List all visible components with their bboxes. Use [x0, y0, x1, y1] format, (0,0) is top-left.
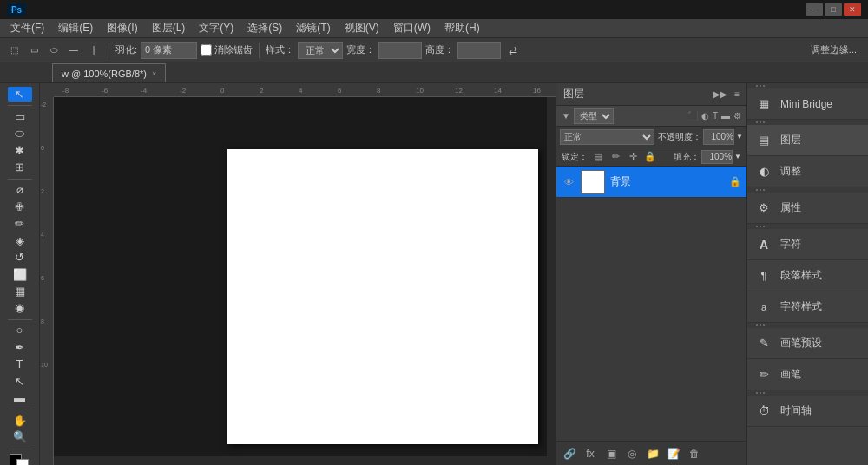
- marquee-tool[interactable]: ▭: [8, 109, 32, 124]
- lock-pixels-btn[interactable]: ▤: [591, 150, 605, 164]
- marquee-col-btn[interactable]: |: [85, 42, 102, 59]
- layer-visibility-eye[interactable]: 👁: [562, 175, 575, 189]
- ruler-num: -2: [180, 87, 186, 95]
- canvas-area[interactable]: -8 -6 -4 -2 0 2 4 6 8 10 12 14 16 18 20 …: [40, 83, 556, 465]
- panel-item-layers[interactable]: ▤ 图层: [747, 125, 868, 156]
- quick-select-tool[interactable]: ✱: [8, 143, 32, 158]
- menu-text[interactable]: 文字(Y): [192, 19, 240, 37]
- menu-file[interactable]: 文件(F): [3, 19, 51, 37]
- heal-tool[interactable]: ✙: [8, 200, 32, 214]
- crop-tool[interactable]: ⊞: [8, 160, 32, 174]
- fill-arrow[interactable]: ▼: [734, 153, 741, 160]
- menu-filter[interactable]: 滤镜(T): [289, 19, 337, 37]
- eyedropper-tool[interactable]: ⌀: [8, 182, 32, 197]
- lock-label: 锁定：: [562, 151, 588, 163]
- lock-position-btn[interactable]: ✛: [626, 150, 640, 164]
- history-tool[interactable]: ↺: [8, 250, 32, 265]
- opacity-arrow[interactable]: ▼: [736, 133, 743, 141]
- clone-tool[interactable]: ◈: [8, 233, 32, 248]
- anti-alias-label[interactable]: 消除锯齿: [201, 43, 253, 56]
- ruler-num: 16: [533, 87, 541, 95]
- ruler-num-v: 4: [41, 232, 44, 238]
- layer-mask-btn[interactable]: ▣: [603, 446, 619, 462]
- marquee-rect-btn[interactable]: ▭: [25, 42, 43, 59]
- panel-item-properties[interactable]: ⚙ 属性: [747, 193, 868, 224]
- panel-item-brush-presets[interactable]: ✎ 画笔预设: [747, 328, 868, 359]
- pen-tool[interactable]: ✒: [8, 340, 32, 355]
- opacity-label: 不透明度：: [658, 131, 701, 143]
- zoom-tool[interactable]: 🔍: [8, 429, 32, 444]
- text-tool[interactable]: T: [8, 357, 32, 371]
- blend-mode-select[interactable]: 正常: [560, 129, 654, 145]
- layer-thumbnail: [581, 170, 605, 194]
- canvas-content[interactable]: [54, 97, 556, 465]
- hand-tool[interactable]: ✋: [8, 413, 32, 428]
- layer-icon-smart[interactable]: ⚙: [733, 111, 741, 121]
- eraser-tool[interactable]: ⬜: [8, 266, 32, 281]
- panel-item-adjustments[interactable]: ◐ 调整: [747, 156, 868, 187]
- style-select[interactable]: 正常: [298, 42, 343, 59]
- marquee-row-btn[interactable]: —: [65, 42, 82, 59]
- panel-item-brush[interactable]: ✏ 画笔: [747, 359, 868, 390]
- layers-icon: ▤: [756, 133, 772, 148]
- document-tab[interactable]: w @ 100%(RGB/8*) ×: [52, 63, 166, 82]
- layer-icon-shape[interactable]: ▬: [721, 111, 730, 121]
- menu-help[interactable]: 帮助(H): [437, 19, 487, 37]
- layer-icon-text[interactable]: T: [713, 111, 718, 121]
- delete-layer-btn[interactable]: 🗑: [687, 446, 702, 462]
- layers-expand-icon[interactable]: ▶▶: [713, 89, 727, 99]
- restore-button[interactable]: □: [825, 3, 842, 16]
- menu-image[interactable]: 图像(I): [100, 19, 144, 37]
- menu-layer[interactable]: 图层(L): [145, 19, 193, 37]
- marquee-tool-btn[interactable]: ⬚: [5, 42, 23, 59]
- panel-item-mini-bridge[interactable]: ▦ Mini Bridge: [747, 88, 868, 120]
- panel-item-timeline[interactable]: ⏱ 时间轴: [747, 396, 868, 427]
- swap-btn[interactable]: ⇄: [504, 42, 522, 59]
- link-layers-btn[interactable]: 🔗: [562, 446, 577, 462]
- marquee-ellipse-btn[interactable]: ⬭: [45, 42, 62, 59]
- close-button[interactable]: ✕: [844, 3, 861, 16]
- menu-select[interactable]: 选择(S): [240, 19, 289, 37]
- window-controls[interactable]: ─ □ ✕: [806, 3, 861, 16]
- panel-item-character-styles[interactable]: a 字符样式: [747, 291, 868, 323]
- panel-item-paragraph-styles[interactable]: ¶ 段落样式: [747, 260, 868, 291]
- opacity-input[interactable]: [703, 129, 734, 145]
- lasso-tool[interactable]: ⬭: [8, 126, 32, 141]
- tab-close-btn[interactable]: ×: [152, 69, 156, 78]
- shape-tool[interactable]: ▬: [8, 390, 32, 405]
- menu-edit[interactable]: 编辑(E): [51, 19, 100, 37]
- fg-bg-color[interactable]: [8, 452, 32, 465]
- minimize-button[interactable]: ─: [806, 3, 823, 16]
- ruler-num: 8: [377, 87, 380, 95]
- layer-icon-pixel[interactable]: ⬛: [687, 111, 698, 121]
- menu-view[interactable]: 视图(V): [338, 19, 386, 37]
- layers-menu-icon[interactable]: ≡: [734, 89, 740, 99]
- layer-icon-adjust[interactable]: ◐: [701, 111, 709, 121]
- adjust-edge-button[interactable]: 调整边缘...: [805, 42, 863, 59]
- width-input[interactable]: [378, 42, 422, 59]
- lock-all-btn[interactable]: 🔒: [643, 150, 657, 164]
- lock-image-btn[interactable]: ✏: [608, 150, 622, 164]
- layers-panel: 图层 ▶▶ ≡ ▼ 类型 ⬛ ◐ T ▬ ⚙ 正常 不透明度：: [556, 83, 746, 465]
- brush-tool[interactable]: ✏: [8, 216, 32, 231]
- move-tool[interactable]: ↖: [8, 87, 32, 102]
- group-layers-btn[interactable]: 📁: [645, 446, 661, 462]
- layer-type-select[interactable]: 类型: [574, 108, 614, 124]
- anti-alias-checkbox[interactable]: [201, 44, 212, 56]
- fill-input[interactable]: [701, 150, 733, 164]
- feather-input[interactable]: [141, 42, 197, 59]
- layer-style-btn[interactable]: fx: [582, 446, 598, 462]
- layer-name-text: 背景: [610, 174, 724, 189]
- menu-window[interactable]: 窗口(W): [386, 19, 437, 37]
- path-select-tool[interactable]: ↖: [8, 373, 32, 388]
- panel-item-character[interactable]: A 字符: [747, 229, 868, 260]
- gradient-tool[interactable]: ▦: [8, 284, 32, 298]
- layer-row[interactable]: 👁 背景 🔒: [556, 167, 746, 198]
- height-input[interactable]: [457, 42, 501, 59]
- adjustment-layer-btn[interactable]: ◎: [624, 446, 640, 462]
- horizontal-scrollbar[interactable]: [54, 456, 547, 465]
- vertical-scrollbar[interactable]: [547, 97, 556, 465]
- blur-tool[interactable]: ◉: [8, 300, 32, 315]
- new-layer-btn[interactable]: 📝: [666, 446, 681, 462]
- dodge-tool[interactable]: ○: [8, 323, 32, 337]
